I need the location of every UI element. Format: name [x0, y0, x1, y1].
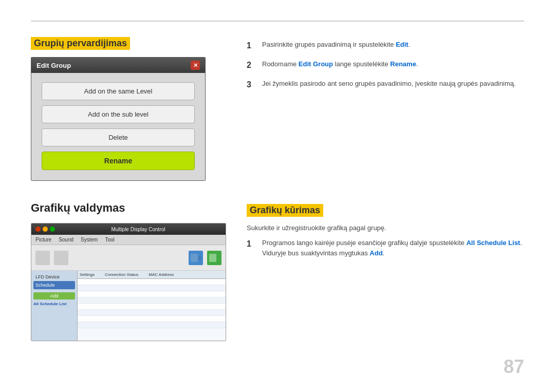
section-title-grafiku-valdymas: Grafikų valdymas	[31, 201, 226, 215]
svg-marker-3	[217, 256, 220, 260]
grafiku-kurimas-subtitle: Sukurkite ir užregistruokite grafiką pag…	[247, 224, 524, 232]
ss-all-schedule-list[interactable]: All Schedule List	[33, 302, 75, 306]
toolbar-icon-green	[207, 251, 221, 265]
table-row	[78, 316, 226, 322]
step-1-text: Pasirinkite grupės pavadinimą ir spustel…	[262, 40, 410, 52]
dialog-title: Edit Group	[36, 62, 71, 69]
ss-window-title: Multiple Display Control	[111, 227, 165, 232]
table-row	[78, 310, 226, 316]
edit-link-1: Edit	[396, 41, 409, 48]
edit-group-link: Edit Group	[299, 60, 333, 68]
rename-link: Rename	[390, 60, 416, 68]
step-2-text: Rodomame Edit Group lange spustelėkite R…	[262, 59, 418, 71]
table-row	[78, 304, 226, 310]
ss-titlebar: Multiple Display Control	[31, 223, 226, 235]
table-row	[78, 291, 226, 297]
ss-add-btn[interactable]: Add	[33, 292, 75, 300]
step-kurimas-1: 1 Programos lango kairėje pusėje esančio…	[247, 238, 524, 258]
top-divider	[31, 21, 524, 22]
table-row	[78, 285, 226, 291]
ss-toolbar	[31, 245, 226, 271]
dialog-body: Add on the same Level Add on the sub lev…	[31, 73, 205, 180]
ss-content: LFD Device Schedule Add All Schedule Lis…	[31, 271, 226, 341]
ss-main: Settings Connection Status MAC Address	[78, 271, 226, 341]
bottom-section: Grafikų valdymas Multiple Display Contro…	[31, 201, 524, 341]
svg-rect-2	[209, 254, 216, 262]
menu-system[interactable]: System	[81, 237, 98, 242]
ss-table-rows	[78, 279, 226, 328]
toolbar-icon-2	[54, 251, 68, 265]
col-mac: MAC Address	[149, 272, 174, 277]
section-title-grafiku-kurimas: Grafikų kūrimas	[247, 204, 323, 217]
step-num-3: 3	[247, 79, 256, 91]
steps-list-kurimas: 1 Programos lango kairėje pusėje esančio…	[247, 238, 524, 258]
step-3: 3 Jei žymeklis pasirodo ant seno grupės …	[247, 79, 524, 91]
right-column-top: 1 Pasirinkite grupės pavadinimą ir spust…	[247, 37, 524, 181]
step-num-kurimas-1: 1	[247, 238, 256, 258]
ss-close-tl	[35, 227, 41, 232]
edit-group-dialog: Edit Group ✕ Add on the same Level Add o…	[31, 57, 206, 181]
top-section: Grupių pervardijimas Edit Group ✕ Add on…	[31, 37, 524, 181]
section-title-rename: Grupių pervardijimas	[31, 37, 130, 50]
toolbar-icon-blue	[189, 251, 203, 265]
page-number: 87	[504, 356, 524, 378]
step-kurimas-1-text: Programos lango kairėje pusėje esančioje…	[262, 238, 524, 258]
step-3-text: Jei žymeklis pasirodo ant seno grupės pa…	[262, 79, 516, 91]
right-column-bottom: Grafikų kūrimas Sukurkite ir užregistruo…	[247, 201, 524, 341]
col-settings: Settings	[80, 272, 95, 277]
left-column-top: Grupių pervardijimas Edit Group ✕ Add on…	[31, 37, 226, 181]
step-1: 1 Pasirinkite grupės pavadinimą ir spust…	[247, 40, 524, 52]
menu-tool[interactable]: Tool	[105, 237, 114, 242]
step-2: 2 Rodomame Edit Group lange spustelėkite…	[247, 59, 524, 71]
left-column-bottom: Grafikų valdymas Multiple Display Contro…	[31, 201, 226, 341]
ss-schedule[interactable]: Schedule	[33, 281, 75, 289]
dialog-close-button[interactable]: ✕	[191, 61, 200, 70]
rename-button[interactable]: Rename	[42, 152, 195, 170]
ss-table-header: Settings Connection Status MAC Address	[78, 271, 226, 279]
dialog-titlebar: Edit Group ✕	[31, 58, 205, 73]
table-row	[78, 322, 226, 328]
all-schedule-link: All Schedule List	[466, 239, 520, 247]
add-same-level-button[interactable]: Add on the same Level	[42, 82, 195, 100]
add-sub-level-button[interactable]: Add on the sub level	[42, 105, 195, 123]
step-num-1: 1	[247, 40, 256, 52]
ss-menubar: Picture Sound System Tool	[31, 235, 226, 245]
toolbar-icon-1	[35, 251, 50, 265]
ss-max-tl	[50, 227, 55, 232]
page-container: Grupių pervardijimas Edit Group ✕ Add on…	[0, 0, 555, 392]
svg-rect-0	[191, 254, 198, 262]
delete-button[interactable]: Delete	[42, 128, 195, 146]
ss-min-tl	[43, 227, 48, 232]
ss-sidebar: LFD Device Schedule Add All Schedule Lis…	[31, 271, 78, 341]
ss-lfd-device[interactable]: LFD Device	[33, 273, 75, 281]
step-num-2: 2	[247, 59, 256, 71]
add-link: Add	[369, 249, 382, 257]
schedule-screenshot: Multiple Display Control Picture Sound S…	[31, 223, 226, 341]
menu-sound[interactable]: Sound	[59, 237, 73, 242]
steps-list-rename: 1 Pasirinkite grupės pavadinimą ir spust…	[247, 40, 524, 91]
ss-traffic-lights	[35, 227, 55, 232]
table-row	[78, 279, 226, 285]
col-conn: Connection Status	[105, 272, 138, 277]
table-row	[78, 297, 226, 304]
menu-picture[interactable]: Picture	[35, 237, 51, 242]
svg-marker-1	[199, 256, 202, 260]
